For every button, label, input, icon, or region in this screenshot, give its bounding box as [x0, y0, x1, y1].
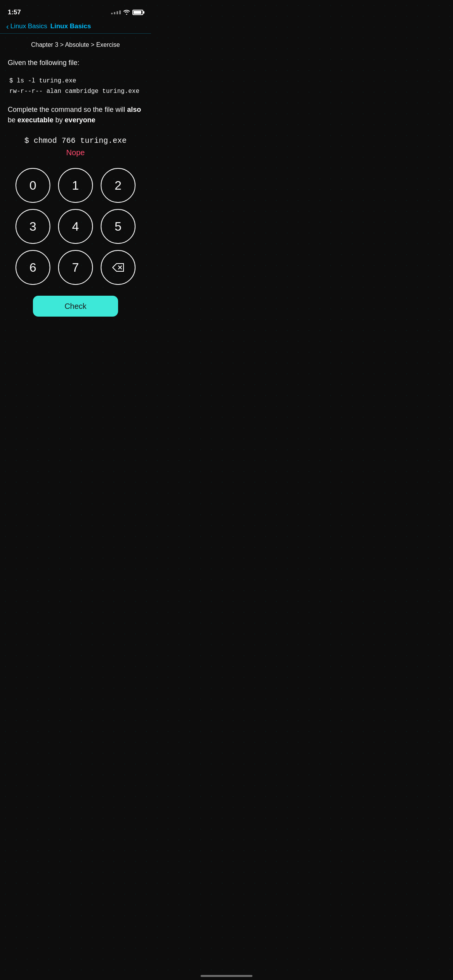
bold-also: also [127, 106, 141, 113]
screen: 1:57 ‹ Linux Basics [0, 0, 151, 327]
code-line-2: rw-r--r-- alan cambridge turing.exe [9, 86, 143, 97]
battery-icon [132, 10, 143, 15]
status-bar: 1:57 [0, 0, 151, 19]
numpad-btn-7[interactable]: 7 [58, 250, 93, 285]
numpad-btn-1[interactable]: 1 [58, 168, 93, 203]
nav-title: Linux Basics [50, 22, 91, 30]
numpad: 0 1 2 3 4 5 6 7 [8, 168, 143, 285]
numpad-btn-5[interactable]: 5 [101, 209, 136, 244]
numpad-btn-4[interactable]: 4 [58, 209, 93, 244]
numpad-delete-button[interactable] [101, 250, 136, 285]
given-text: Given the following file: [8, 58, 143, 68]
check-btn-container: Check [8, 296, 143, 317]
wifi-icon [123, 9, 130, 16]
back-chevron-icon: ‹ [6, 22, 9, 30]
code-block: $ ls -l turing.exe rw-r--r-- alan cambri… [8, 76, 143, 97]
numpad-btn-2[interactable]: 2 [101, 168, 136, 203]
check-button[interactable]: Check [33, 296, 118, 317]
bold-everyone: everyone [65, 116, 95, 124]
command-display: $ chmod 766 turing.exe [8, 136, 143, 145]
numpad-btn-3[interactable]: 3 [15, 209, 50, 244]
code-line-1: $ ls -l turing.exe [9, 76, 143, 86]
command-area: $ chmod 766 turing.exe [8, 136, 143, 145]
feedback-text: Nope [8, 148, 143, 157]
instruction-text: Complete the command so the file will al… [8, 105, 143, 125]
numpad-btn-6[interactable]: 6 [15, 250, 50, 285]
back-label: Linux Basics [10, 22, 47, 30]
status-time: 1:57 [8, 9, 21, 16]
numpad-row-3: 6 7 [15, 250, 136, 285]
numpad-row-1: 0 1 2 [15, 168, 136, 203]
numpad-btn-0[interactable]: 0 [15, 168, 50, 203]
signal-icon [111, 10, 121, 14]
bold-executable: executable [17, 116, 53, 124]
breadcrumb: Chapter 3 > Absolute > Exercise [8, 41, 143, 48]
back-button[interactable]: ‹ Linux Basics [6, 22, 47, 30]
nav-bar: ‹ Linux Basics Linux Basics [0, 19, 151, 34]
numpad-row-2: 3 4 5 [15, 209, 136, 244]
status-icons [111, 9, 143, 16]
main-content: Chapter 3 > Absolute > Exercise Given th… [0, 34, 151, 317]
